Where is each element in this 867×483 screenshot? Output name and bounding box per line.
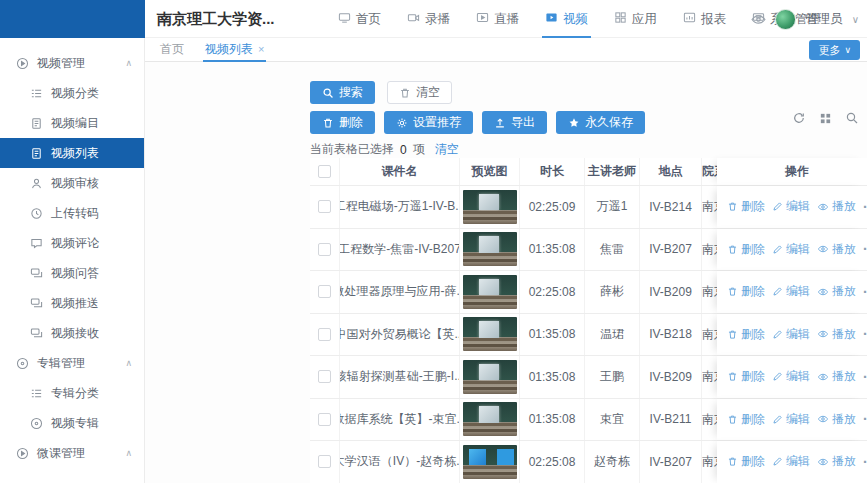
- sidebar-item-0[interactable]: 视频管理∧: [0, 48, 144, 78]
- sidebar-item-9[interactable]: 视频接收: [0, 318, 144, 348]
- row-more-button[interactable]: ⋯: [863, 455, 867, 469]
- row-delete-link[interactable]: 删除: [727, 368, 765, 385]
- col-course-name: 课件名: [340, 158, 460, 185]
- tab-video-list[interactable]: 视频列表×: [203, 38, 266, 62]
- chevron-up-icon[interactable]: ∧: [125, 58, 132, 68]
- preview-thumbnail[interactable]: [463, 232, 517, 266]
- duration: 02:25:08: [520, 271, 585, 313]
- row-checkbox[interactable]: [318, 370, 331, 383]
- row-play-link[interactable]: 播放: [817, 198, 856, 215]
- row-more-button[interactable]: ⋯: [863, 285, 867, 299]
- select-all-checkbox[interactable]: [318, 165, 331, 178]
- refresh-icon[interactable]: [792, 111, 806, 125]
- sidebar-item-8[interactable]: 视频推送: [0, 288, 144, 318]
- chevron-up-icon[interactable]: ∧: [125, 358, 132, 368]
- row-checkbox[interactable]: [318, 243, 331, 256]
- permanent-save-button[interactable]: 永久保存: [556, 111, 645, 134]
- sidebar-item-4[interactable]: 视频审核: [0, 168, 144, 198]
- list-icon: [30, 387, 43, 400]
- row-delete-link[interactable]: 删除: [727, 198, 765, 215]
- nav-item-1[interactable]: 录播: [394, 0, 463, 38]
- set-recommend-button[interactable]: 设置推荐: [384, 111, 473, 134]
- row-play-link[interactable]: 播放: [817, 241, 856, 258]
- preview-thumbnail[interactable]: [463, 445, 517, 479]
- row-play-link[interactable]: 播放: [817, 283, 856, 300]
- chevron-down-icon[interactable]: ∨: [852, 14, 859, 25]
- search-icon[interactable]: [845, 111, 859, 125]
- clear-button[interactable]: 清空: [387, 81, 452, 104]
- row-delete-link[interactable]: 删除: [727, 326, 765, 343]
- row-more-button[interactable]: ⋯: [863, 370, 867, 384]
- row-checkbox[interactable]: [318, 455, 331, 468]
- preview-thumbnail[interactable]: [463, 360, 517, 394]
- row-edit-link[interactable]: 编辑: [772, 326, 810, 343]
- workarea: 搜索 清空 删除 设置推荐 导出: [145, 62, 867, 483]
- clear-selection-link[interactable]: 清空: [435, 141, 459, 158]
- row-checkbox[interactable]: [318, 328, 331, 341]
- preview-thumbnail[interactable]: [463, 275, 517, 309]
- course-name: 数据库系统【英】-束宜...: [340, 399, 460, 441]
- export-button[interactable]: 导出: [482, 111, 547, 134]
- sidebar-item-1[interactable]: 视频分类: [0, 78, 144, 108]
- user-menu[interactable]: 管理员: [805, 11, 843, 28]
- row-more-button[interactable]: ⋯: [863, 200, 867, 214]
- location: IV-B218: [640, 314, 702, 356]
- teacher: 薛彬: [585, 271, 640, 313]
- doc-icon: [30, 147, 43, 160]
- location: IV-B209: [640, 356, 702, 398]
- row-edit-link[interactable]: 编辑: [772, 411, 810, 428]
- avatar[interactable]: [775, 9, 796, 30]
- row-delete-link[interactable]: 删除: [727, 411, 765, 428]
- row-edit-link[interactable]: 编辑: [772, 198, 810, 215]
- search-button[interactable]: 搜索: [310, 81, 375, 104]
- row-more-button[interactable]: ⋯: [863, 242, 867, 256]
- sidebar-item-12[interactable]: 视频专辑: [0, 408, 144, 438]
- nav-item-4[interactable]: 应用: [601, 0, 670, 38]
- table-row: 中国对外贸易概论【英... 01:35:08 温珺 IV-B218 南京理工大学…: [310, 314, 867, 357]
- row-more-button[interactable]: ⋯: [863, 412, 867, 426]
- nav-item-5[interactable]: 报表: [670, 0, 739, 38]
- nav-item-2[interactable]: 直播: [463, 0, 532, 38]
- sidebar-item-7[interactable]: 视频问答: [0, 258, 144, 288]
- row-more-button[interactable]: ⋯: [863, 327, 867, 341]
- chevron-up-icon[interactable]: ∧: [125, 448, 132, 458]
- sidebar-item-2[interactable]: 视频编目: [0, 108, 144, 138]
- row-play-link[interactable]: 播放: [817, 411, 856, 428]
- row-edit-link[interactable]: 编辑: [772, 241, 810, 258]
- row-delete-link[interactable]: 删除: [727, 453, 765, 470]
- row-checkbox[interactable]: [318, 285, 331, 298]
- delete-button[interactable]: 删除: [310, 111, 375, 134]
- row-play-link[interactable]: 播放: [817, 453, 856, 470]
- more-button[interactable]: 更多∨: [809, 40, 860, 60]
- visibility-icon[interactable]: [751, 12, 766, 27]
- row-delete-link[interactable]: 删除: [727, 241, 765, 258]
- duration: 01:35:08: [520, 314, 585, 356]
- sidebar-item-10[interactable]: 专辑管理∧: [0, 348, 144, 378]
- nav-item-0[interactable]: 首页: [325, 0, 394, 38]
- row-checkbox[interactable]: [318, 413, 331, 426]
- row-checkbox[interactable]: [318, 200, 331, 213]
- table-body: 工程电磁场-万遥1-IV-B... 02:25:09 万遥1 IV-B214 南…: [310, 186, 867, 483]
- duration: 01:35:08: [520, 356, 585, 398]
- preview-thumbnail[interactable]: [463, 190, 517, 224]
- nav-item-3[interactable]: 视频: [532, 0, 601, 38]
- row-play-link[interactable]: 播放: [817, 368, 856, 385]
- sidebar-item-13[interactable]: 微课管理∧: [0, 438, 144, 468]
- close-icon[interactable]: ×: [258, 43, 264, 55]
- row-edit-link[interactable]: 编辑: [772, 453, 810, 470]
- row-edit-link[interactable]: 编辑: [772, 368, 810, 385]
- sidebar-item-6[interactable]: 视频评论: [0, 228, 144, 258]
- row-edit-link[interactable]: 编辑: [772, 283, 810, 300]
- sidebar-item-11[interactable]: 专辑分类: [0, 378, 144, 408]
- row-delete-link[interactable]: 删除: [727, 283, 765, 300]
- preview-thumbnail[interactable]: [463, 317, 517, 351]
- preview-thumbnail[interactable]: [463, 402, 517, 436]
- tab-home[interactable]: 首页: [160, 38, 184, 62]
- home-icon: [338, 11, 351, 27]
- sidebar: 视频管理∧视频分类视频编目视频列表视频审核上传转码视频评论视频问答视频推送视频接…: [0, 38, 145, 483]
- row-play-link[interactable]: 播放: [817, 326, 856, 343]
- sidebar-item-3[interactable]: 视频列表: [0, 138, 144, 168]
- sidebar-item-5[interactable]: 上传转码: [0, 198, 144, 228]
- course-name: 大学汉语（IV）-赵奇栋...: [340, 441, 460, 483]
- columns-grid-icon[interactable]: [819, 112, 832, 125]
